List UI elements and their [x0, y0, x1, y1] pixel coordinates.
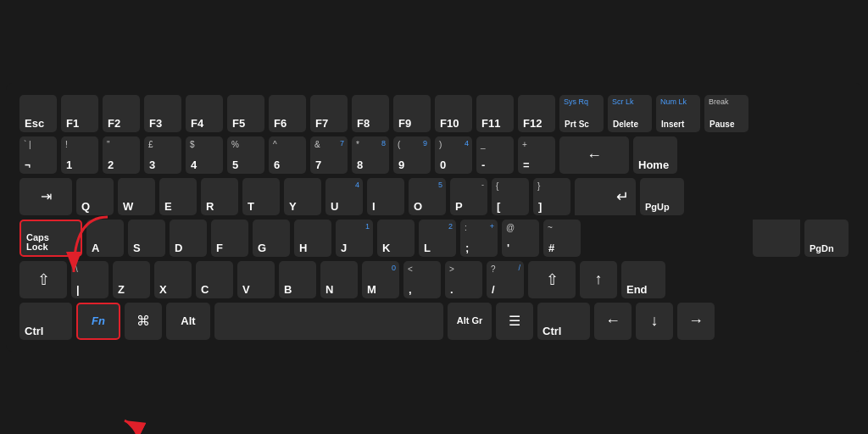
- key-tab[interactable]: ⇥: [19, 178, 72, 215]
- key-f12[interactable]: F12: [518, 95, 555, 132]
- key-r[interactable]: R: [201, 178, 238, 215]
- key-0[interactable]: ) 4 0: [435, 136, 472, 174]
- key-f5[interactable]: F5: [227, 95, 264, 132]
- key-u[interactable]: 4 U: [326, 178, 363, 215]
- key-insert[interactable]: Num Lk Insert: [656, 95, 700, 132]
- key-z[interactable]: Z: [113, 261, 150, 298]
- bottom-row: Ctrl Fn ⌘ Alt Alt Gr ☰ Ctrl ← ↓ →: [19, 303, 849, 340]
- key-lbracket[interactable]: { [: [492, 178, 529, 215]
- key-v[interactable]: V: [237, 261, 275, 298]
- key-altgr[interactable]: Alt Gr: [448, 303, 492, 340]
- key-backslash[interactable]: \ |: [71, 261, 108, 298]
- key-f[interactable]: F: [211, 220, 248, 257]
- key-g[interactable]: G: [253, 220, 290, 257]
- key-prtsc[interactable]: Sys Rq Prt Sc: [559, 95, 604, 132]
- key-k[interactable]: K: [377, 220, 415, 257]
- key-6[interactable]: ^ 6: [269, 136, 306, 174]
- key-right[interactable]: →: [677, 303, 715, 340]
- asdf-row: CapsLock A S D F G H 1 J K 2 L : + ; @ '…: [19, 220, 849, 257]
- key-super[interactable]: ⌘: [125, 303, 162, 340]
- key-f2[interactable]: F2: [103, 95, 140, 132]
- key-1[interactable]: ! 1: [61, 136, 98, 174]
- key-4[interactable]: $ 4: [186, 136, 223, 174]
- key-end[interactable]: End: [621, 261, 665, 298]
- keyboard: Esc F1 F2 F3 F4 F5 F6 F7 F8 F9 F10 F11 F…: [6, 83, 862, 352]
- key-lalt[interactable]: Alt: [166, 303, 210, 340]
- key-b[interactable]: B: [279, 261, 316, 298]
- key-w[interactable]: W: [118, 178, 155, 215]
- fn-arrow: [108, 412, 159, 435]
- key-period[interactable]: > .: [445, 261, 482, 298]
- key-capslock[interactable]: CapsLock: [19, 220, 82, 257]
- key-pgdn[interactable]: PgDn: [804, 220, 849, 257]
- key-comma[interactable]: < ,: [403, 261, 441, 298]
- key-f9[interactable]: F9: [393, 95, 431, 132]
- key-delete[interactable]: Scr Lk Delete: [608, 95, 652, 132]
- qwerty-row: ⇥ Q W E R T Y 4 U I 5 O - P { [ } ]: [19, 178, 849, 215]
- key-f4[interactable]: F4: [186, 95, 223, 132]
- key-j[interactable]: 1 J: [336, 220, 373, 257]
- key-7[interactable]: & 7 7: [310, 136, 348, 174]
- key-space[interactable]: [214, 303, 443, 340]
- key-f3[interactable]: F3: [144, 95, 181, 132]
- key-minus[interactable]: _ -: [476, 136, 514, 174]
- key-home[interactable]: Home: [633, 136, 677, 174]
- key-3[interactable]: £ 3: [144, 136, 181, 174]
- key-d[interactable]: D: [170, 220, 207, 257]
- key-9[interactable]: ( 9 9: [393, 136, 431, 174]
- key-h[interactable]: H: [294, 220, 331, 257]
- key-q[interactable]: Q: [76, 178, 114, 215]
- key-enter-bottom: [739, 220, 800, 257]
- key-rctrl[interactable]: Ctrl: [537, 303, 590, 340]
- key-menu[interactable]: ☰: [496, 303, 533, 340]
- key-e[interactable]: E: [159, 178, 197, 215]
- key-f8[interactable]: F8: [352, 95, 389, 132]
- key-f6[interactable]: F6: [269, 95, 306, 132]
- key-rshift[interactable]: ⇧: [528, 261, 576, 298]
- key-a[interactable]: A: [86, 220, 124, 257]
- key-o[interactable]: 5 O: [409, 178, 446, 215]
- key-enter-bottom-key[interactable]: [753, 220, 800, 257]
- key-down[interactable]: ↓: [636, 303, 673, 340]
- key-hash[interactable]: ~ #: [543, 220, 581, 257]
- key-esc[interactable]: Esc: [19, 95, 57, 132]
- key-c[interactable]: C: [196, 261, 233, 298]
- key-enter-container: ↵: [575, 178, 636, 215]
- zxcv-row: ⇧ \ | Z X C V B N 0 M < , > . ? / / ⇧: [19, 261, 849, 298]
- key-backspace[interactable]: ←: [559, 136, 629, 174]
- key-enter[interactable]: ↵: [575, 178, 636, 215]
- key-slash[interactable]: ? / /: [487, 261, 524, 298]
- key-2[interactable]: " 2: [103, 136, 140, 174]
- key-n[interactable]: N: [320, 261, 358, 298]
- key-f10[interactable]: F10: [435, 95, 472, 132]
- key-lshift[interactable]: ⇧: [19, 261, 67, 298]
- function-row: Esc F1 F2 F3 F4 F5 F6 F7 F8 F9 F10 F11 F…: [19, 95, 849, 132]
- key-i[interactable]: I: [367, 178, 404, 215]
- key-left[interactable]: ←: [594, 303, 632, 340]
- key-backtick[interactable]: ` | ¬: [19, 136, 57, 174]
- key-lctrl[interactable]: Ctrl: [19, 303, 72, 340]
- key-f1[interactable]: F1: [61, 95, 98, 132]
- key-x[interactable]: X: [154, 261, 192, 298]
- key-pgup[interactable]: PgUp: [640, 178, 684, 215]
- key-up[interactable]: ↑: [580, 261, 617, 298]
- key-p[interactable]: - P: [450, 178, 487, 215]
- key-apostrophe[interactable]: @ ': [502, 220, 539, 257]
- key-5[interactable]: % 5: [227, 136, 264, 174]
- key-s[interactable]: S: [128, 220, 165, 257]
- key-l[interactable]: 2 L: [419, 220, 456, 257]
- key-equals[interactable]: + =: [518, 136, 555, 174]
- number-row: ` | ¬ ! 1 " 2 £ 3 $ 4 % 5 ^ 6 & 7: [19, 136, 849, 174]
- key-pause[interactable]: Break Pause: [704, 95, 748, 132]
- key-f7[interactable]: F7: [310, 95, 348, 132]
- key-y[interactable]: Y: [284, 178, 321, 215]
- key-m[interactable]: 0 M: [362, 261, 399, 298]
- key-f11[interactable]: F11: [476, 95, 514, 132]
- key-semicolon[interactable]: : + ;: [460, 220, 498, 257]
- key-rbracket[interactable]: } ]: [533, 178, 570, 215]
- key-8[interactable]: * 8 8: [352, 136, 389, 174]
- key-fn[interactable]: Fn: [76, 303, 120, 340]
- key-t[interactable]: T: [242, 178, 280, 215]
